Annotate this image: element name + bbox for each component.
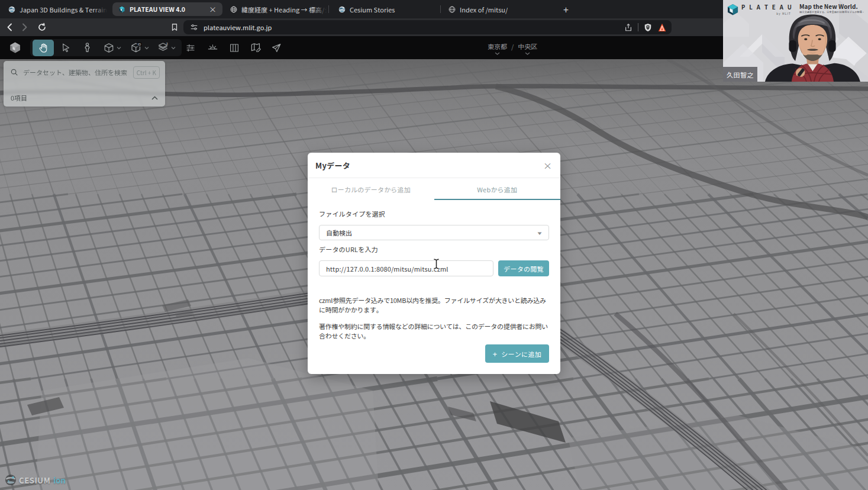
new-tab-button[interactable]: + xyxy=(563,2,569,17)
tagline: Map the New World. 国土交通省が主導する、日本全国の3D都市モ… xyxy=(799,3,864,14)
tab-cesium-stories[interactable]: Cesium Stories xyxy=(338,0,433,18)
tab-title: PLATEAU VIEW 4.0 xyxy=(130,5,209,14)
tagline-main: Map the New World. xyxy=(799,3,864,9)
chevron-down-icon xyxy=(144,46,149,50)
url-field-actions xyxy=(624,23,667,32)
bookmark-button[interactable] xyxy=(168,23,181,31)
keyboard-shortcut-badge: Ctrl + K xyxy=(133,66,160,79)
plateau-brand-sub: by MLIT xyxy=(741,12,791,15)
cube-icon xyxy=(104,43,114,53)
plateau-brand-text: PLATEAU by MLIT xyxy=(741,4,796,15)
chevron-down-icon xyxy=(171,46,176,50)
modal-header: Myデータ × xyxy=(308,153,560,178)
forward-button[interactable] xyxy=(18,22,31,32)
plus-icon: + xyxy=(493,348,498,359)
select-caret-icon: ▼ xyxy=(536,230,543,236)
municipality-label: 中央区 xyxy=(518,43,537,50)
cesium-ion-attribution[interactable]: CESIUM ion xyxy=(5,474,66,486)
plateau-brand-name: PLATEAU xyxy=(741,5,796,11)
share-tool[interactable] xyxy=(267,40,285,56)
catalog-tool[interactable] xyxy=(225,40,243,56)
divider xyxy=(638,23,638,31)
tab-close-icon[interactable]: × xyxy=(209,5,217,13)
result-count-row[interactable]: 0項目 xyxy=(4,89,165,107)
reload-icon xyxy=(37,22,47,32)
search-icon xyxy=(10,68,18,76)
forward-icon xyxy=(20,22,29,32)
speaker-name: 久田智之 xyxy=(727,70,754,79)
layers-icon: 3 xyxy=(157,42,169,53)
share-icon[interactable] xyxy=(624,23,633,32)
modal-tabs: ローカルのデータから追加 Webから追加 xyxy=(308,178,560,200)
tab-add-from-web[interactable]: Webから追加 xyxy=(434,178,561,200)
layers-count-badge: 3 xyxy=(166,42,167,46)
back-button[interactable] xyxy=(4,22,17,32)
site-settings-icon[interactable] xyxy=(190,23,198,31)
rights-note: 著作権や制約に関する情報などの詳細については、このデータの提供者にお問い合わせく… xyxy=(319,321,549,340)
globe-icon xyxy=(230,6,237,13)
reload-button[interactable] xyxy=(36,22,49,32)
tab-japan-3d-buildings[interactable]: Japan 3D Buildings & Terrain – Ce xyxy=(8,0,109,18)
cube-id-icon: ID xyxy=(131,42,142,53)
tab-add-from-local[interactable]: ローカルのデータから追加 xyxy=(308,178,434,200)
hand-icon xyxy=(38,43,49,53)
cesium-globe-icon xyxy=(8,6,15,13)
add-to-scene-button[interactable]: + シーンに追加 xyxy=(485,344,549,363)
close-icon[interactable]: × xyxy=(543,161,552,170)
box-tool[interactable] xyxy=(101,40,124,56)
fetch-data-button[interactable]: データの閲覧 xyxy=(498,260,549,276)
globe-icon xyxy=(448,6,456,13)
presenter-webcam-overlay: PLATEAU by MLIT Map the New World. 国土交通省… xyxy=(723,0,868,82)
search-row: Ctrl + K xyxy=(4,62,165,82)
sun-horizon-icon xyxy=(207,42,218,53)
file-type-select[interactable]: 自動検出 ▼ xyxy=(319,225,549,240)
plateau-logo xyxy=(7,40,22,56)
result-count: 0項目 xyxy=(11,93,27,102)
municipality-selector[interactable]: 中央区 xyxy=(518,43,537,55)
tab-plateau-view-active[interactable]: PLATEAU VIEW 4.0 × xyxy=(112,2,222,16)
story-tool[interactable] xyxy=(247,40,264,56)
street-view-icon xyxy=(82,42,93,53)
select-tool[interactable] xyxy=(57,40,75,56)
bookmark-icon xyxy=(170,23,179,31)
tab-separator xyxy=(328,5,329,13)
cesium-globe-icon xyxy=(338,6,346,13)
plateau-brand: PLATEAU by MLIT xyxy=(727,4,796,15)
tab-title: Japan 3D Buildings & Terrain – Ce xyxy=(20,5,107,14)
speaker-name-tag: 久田智之 xyxy=(723,67,757,82)
pedestrian-tool[interactable] xyxy=(78,40,96,56)
brave-logo-icon[interactable] xyxy=(657,23,667,32)
file-type-value: 自動検出 xyxy=(326,228,352,237)
cursor-icon xyxy=(61,43,71,53)
url-label: データのURLを入力 xyxy=(319,244,378,254)
hand-tool[interactable] xyxy=(33,40,54,56)
data-url-input[interactable] xyxy=(319,260,493,276)
url-text[interactable]: plateauview.mlit.go.jp xyxy=(204,22,272,32)
map-edit-icon xyxy=(250,42,262,53)
prefecture-selector[interactable]: 東京都 xyxy=(488,43,507,55)
chevron-up-icon[interactable] xyxy=(151,96,158,100)
prefecture-label: 東京都 xyxy=(488,43,507,50)
box-id-tool[interactable]: ID xyxy=(128,40,151,56)
file-type-label: ファイルタイプを選択 xyxy=(319,209,385,218)
folded-map-icon xyxy=(229,43,240,53)
tab-separator xyxy=(440,5,441,13)
breadcrumb-separator: / xyxy=(511,43,514,50)
tab-title: Cesium Stories xyxy=(350,5,395,14)
ion-brand-text: ion xyxy=(53,475,65,486)
chevron-down-icon xyxy=(525,52,530,55)
settings-sliders-tool[interactable] xyxy=(182,40,199,56)
tab-coordinates-heading[interactable]: 緯度経度 + Heading → 標高/ジオイド xyxy=(230,0,327,18)
plateau-cube-icon xyxy=(118,6,125,13)
plateau-logo-icon xyxy=(727,4,738,15)
search-input[interactable] xyxy=(23,67,133,77)
shadow-tool[interactable] xyxy=(204,40,221,56)
url-field[interactable]: plateauview.mlit.go.jp xyxy=(183,20,672,34)
brave-shield-icon[interactable] xyxy=(644,23,652,32)
layers-tool[interactable]: 3 xyxy=(154,40,179,56)
back-icon xyxy=(5,22,15,32)
size-note: czml参照先データ込みで10MB以内を推奨。ファイルサイズが大きいと読み込みに… xyxy=(319,295,549,314)
region-breadcrumb: 東京都 / 中央区 xyxy=(488,43,537,55)
add-to-scene-label: シーンに追加 xyxy=(501,349,541,359)
tab-index-of-mitsu[interactable]: Index of /mitsu/ xyxy=(448,0,555,18)
